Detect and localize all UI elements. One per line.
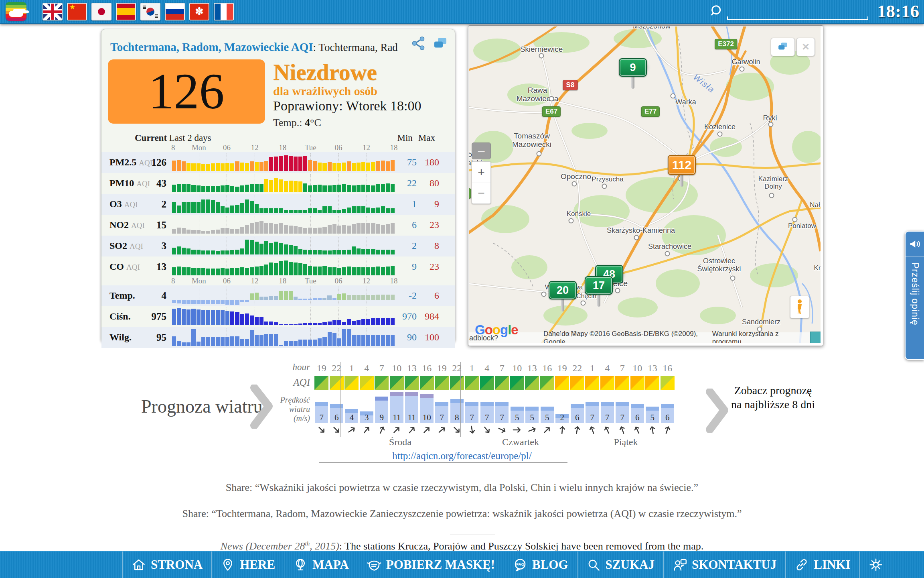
min-value: 75 [399, 157, 417, 168]
chart-bar [269, 322, 273, 325]
chart-bar [371, 208, 375, 213]
chart-bar [221, 250, 225, 254]
terms-link[interactable]: Warunki korzystania z programu [712, 330, 804, 344]
chart-bar [240, 163, 244, 171]
chart-bar [240, 203, 244, 213]
nav-item-settings[interactable] [859, 552, 892, 578]
aqi-marker-20[interactable]: 20 [549, 281, 577, 299]
chart-bar [191, 202, 195, 212]
chart-bar [303, 250, 307, 254]
chart-bar [191, 230, 195, 233]
aqi-marker-17[interactable]: 17 [585, 276, 613, 295]
attribution-text: Dane do Mapy ©2016 GeoBasis-DE/BKG (©200… [543, 330, 712, 344]
gridline [310, 287, 311, 305]
feedback-tab[interactable]: Prześlij opinię [905, 231, 924, 360]
map-windows-button[interactable] [771, 38, 795, 56]
nav-item-skontaktuj[interactable]: SKONTAKTUJ [663, 552, 785, 578]
zoom-in-button[interactable]: + [472, 162, 490, 183]
chart-bar [289, 181, 293, 192]
wind-direction-arrow [630, 423, 644, 437]
map-close-button[interactable]: ✕ [796, 38, 815, 56]
chart-bar [274, 178, 278, 192]
chart-bar [206, 164, 210, 171]
nav-item-blog[interactable]: FAQBLOG [504, 552, 577, 578]
chart-bar [347, 329, 351, 346]
nav-item-linki[interactable]: LINKI [785, 552, 859, 578]
city-dot [537, 151, 542, 157]
chart-bar [294, 210, 298, 213]
aqi-marker-9[interactable]: 9 [619, 58, 647, 77]
chart-bar [322, 322, 326, 325]
aqi-marker-112[interactable]: 112 [668, 155, 696, 175]
pegman-control[interactable] [790, 296, 809, 318]
pollutant-chart [172, 195, 395, 214]
nav-item-pobierz-mask-[interactable]: POBIERZ MASKĘ! [358, 552, 504, 578]
chart-bar [216, 230, 220, 234]
chart-bar [182, 184, 186, 191]
search-icon[interactable] [709, 3, 725, 19]
chart-bar [337, 163, 341, 171]
wind-speed-value: 6 [631, 413, 644, 423]
uk-flag[interactable] [43, 3, 63, 20]
nav-label: BLOG [532, 558, 568, 572]
share-line-2: Share: “Tochtermana, Radom, Mazowieckie … [0, 508, 924, 520]
chart-bar [211, 269, 215, 275]
aqi-forecast-square [390, 376, 404, 390]
station-title[interactable]: Tochtermana, Radom, Mazowieckie AQI [110, 41, 313, 54]
chart-bar [289, 245, 293, 254]
map-collapse-button[interactable]: – [472, 142, 491, 159]
hour-tick: 4 [600, 362, 615, 374]
nav-item-mapa[interactable]: MAPA [284, 552, 358, 578]
see-8-day-forecast[interactable]: Zobacz prognozę na najbliższe 8 dni [728, 383, 818, 411]
share-icon[interactable] [411, 36, 426, 51]
chart-bar [206, 186, 210, 192]
hk-flag[interactable] [189, 3, 209, 20]
ru-flag[interactable] [165, 3, 185, 20]
chart-bar [298, 210, 302, 213]
chart-bar [201, 231, 205, 234]
aqi-forecast-square [510, 376, 524, 390]
fr-flag[interactable] [214, 3, 234, 20]
nav-item-szukaj[interactable]: SZUKAJ [577, 552, 663, 578]
city-label: Przysucha [592, 176, 623, 183]
chart-bar [361, 206, 365, 212]
link-icon [794, 558, 809, 572]
kr-flag[interactable] [140, 3, 160, 20]
chart-bar [230, 186, 234, 192]
city-label: Opoczno [561, 173, 591, 181]
chart-bar [294, 341, 298, 346]
aqicn-logo[interactable] [6, 2, 26, 21]
chart-bar [322, 227, 326, 234]
chart-bar [357, 163, 361, 171]
wind-speed-bar: 7 [586, 402, 599, 423]
chart-bar [289, 291, 293, 300]
nav-item-strona[interactable]: STRONA [122, 552, 211, 578]
chart-bar [172, 185, 176, 192]
nav-label: SKONTAKTUJ [692, 558, 776, 572]
zoom-out-button[interactable]: − [472, 183, 490, 204]
chart-bar [177, 160, 181, 171]
axis-tick: 8 [171, 277, 175, 285]
compare-windows-icon[interactable] [432, 36, 448, 51]
es-flag[interactable] [116, 3, 136, 20]
chart-bar [328, 225, 332, 234]
wind-speed-bar: 8 [450, 399, 464, 423]
wind-direction-arrow [557, 424, 568, 436]
chart-bar [197, 250, 201, 254]
chart-bar [230, 300, 234, 305]
jp-flag[interactable] [91, 3, 111, 20]
chart-bar [191, 309, 195, 325]
chart-bar [211, 300, 215, 305]
google-map[interactable]: Wisła SkierniewiceRawa MazowieckaTomaszó… [469, 26, 821, 343]
col-min: Min [397, 133, 412, 143]
wind-direction-arrow [586, 423, 599, 436]
pollutant-name: NO2 AQI [109, 220, 148, 230]
chart-bar [182, 342, 186, 346]
aqi-forecast-square [435, 376, 449, 390]
forecast-link[interactable]: http://aqicn.org/forecast/europe/pl/ [392, 450, 531, 461]
cn-flag[interactable] [67, 3, 87, 20]
search-input[interactable] [727, 7, 868, 20]
nav-item-here[interactable]: HERE [211, 552, 284, 578]
chart-bar [352, 295, 356, 300]
chart-bar [269, 157, 273, 171]
